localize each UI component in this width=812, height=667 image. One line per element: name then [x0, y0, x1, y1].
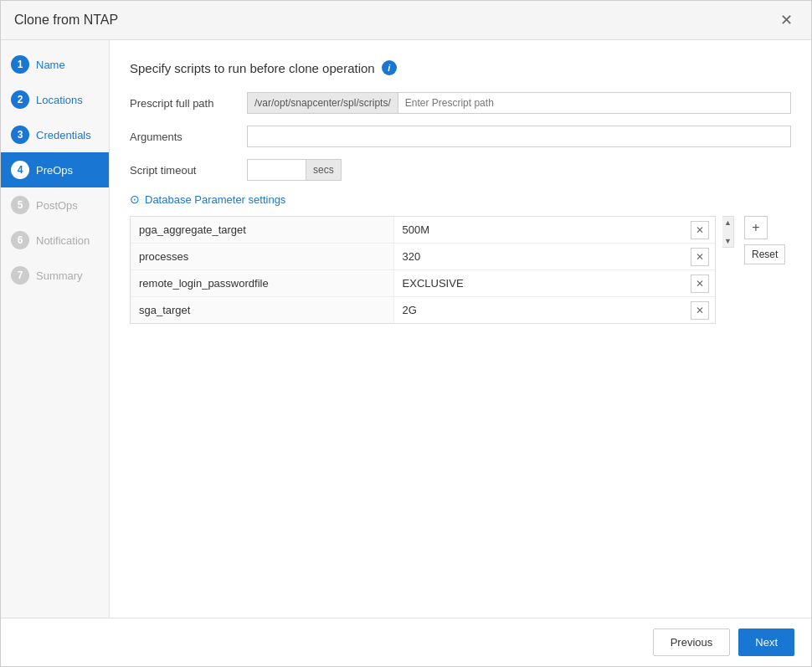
db-params-toggle[interactable]: ⊙ Database Parameter settings — [130, 192, 791, 206]
params-table: pga_aggregate_target 500M ✕ processes 32… — [131, 217, 715, 323]
next-button[interactable]: Next — [738, 629, 794, 656]
timeout-input[interactable]: 60 — [247, 159, 306, 181]
sidebar-label-name: Name — [36, 59, 65, 71]
delete-param-button[interactable]: ✕ — [691, 274, 709, 293]
toggle-chevron-icon: ⊙ — [130, 192, 140, 206]
dialog-footer: Previous Next — [1, 618, 811, 666]
param-key: remote_login_passwordfile — [131, 270, 393, 297]
sidebar-item-postops: 5 PostOps — [1, 187, 109, 223]
timeout-input-group: 60 secs — [247, 159, 342, 181]
step-badge-4: 4 — [11, 161, 29, 179]
param-value: 500M — [393, 217, 685, 244]
add-param-button[interactable]: + — [744, 216, 768, 239]
sidebar-item-notification: 6 Notification — [1, 223, 109, 258]
section-title-row: Specify scripts to run before clone oper… — [130, 60, 791, 75]
dialog-title: Clone from NTAP — [14, 13, 118, 28]
param-key: processes — [131, 244, 393, 270]
param-delete-cell: ✕ — [685, 270, 715, 297]
param-key: sga_target — [131, 297, 393, 324]
prescript-input[interactable] — [398, 92, 791, 114]
prescript-prefix: /var/opt/snapcenter/spl/scripts/ — [247, 92, 398, 114]
param-delete-cell: ✕ — [685, 244, 715, 270]
sidebar-item-summary: 7 Summary — [1, 258, 109, 293]
param-delete-cell: ✕ — [685, 297, 715, 324]
params-table-container: pga_aggregate_target 500M ✕ processes 32… — [130, 216, 791, 324]
prescript-input-group: /var/opt/snapcenter/spl/scripts/ — [247, 92, 791, 114]
arguments-row: Arguments — [130, 126, 791, 147]
table-row: processes 320 ✕ — [131, 244, 715, 270]
scrollbar: ▲ ▼ — [722, 216, 734, 248]
timeout-label: Script timeout — [130, 164, 247, 177]
param-value: EXCLUSIVE — [393, 270, 685, 297]
db-params-label: Database Parameter settings — [145, 193, 285, 206]
scroll-up-arrow[interactable]: ▲ — [722, 217, 734, 228]
side-buttons: + Reset — [744, 216, 785, 264]
sidebar-label-locations: Locations — [36, 94, 83, 106]
step-badge-3: 3 — [11, 126, 29, 144]
clone-dialog: Clone from NTAP ✕ 1 Name 2 Locations 3 C… — [0, 0, 812, 667]
sidebar-label-postops: PostOps — [36, 199, 78, 212]
step-badge-2: 2 — [11, 90, 29, 109]
timeout-unit: secs — [306, 159, 342, 181]
step-badge-7: 7 — [11, 266, 29, 285]
sidebar-item-credentials[interactable]: 3 Credentials — [1, 117, 109, 152]
sidebar-label-credentials: Credentials — [36, 129, 91, 141]
scroll-down-arrow[interactable]: ▼ — [722, 235, 734, 247]
table-row: remote_login_passwordfile EXCLUSIVE ✕ — [131, 270, 715, 297]
delete-param-button[interactable]: ✕ — [691, 221, 709, 239]
timeout-row: Script timeout 60 secs — [130, 159, 791, 181]
param-key: pga_aggregate_target — [131, 217, 393, 244]
sidebar-item-preops[interactable]: 4 PreOps — [1, 152, 109, 187]
sidebar-item-locations[interactable]: 2 Locations — [1, 82, 109, 117]
dialog-body: 1 Name 2 Locations 3 Credentials 4 PreOp… — [1, 40, 811, 618]
param-value: 320 — [393, 244, 685, 270]
step-badge-5: 5 — [11, 196, 29, 214]
param-delete-cell: ✕ — [685, 217, 715, 244]
step-badge-6: 6 — [11, 231, 29, 249]
info-icon[interactable]: i — [382, 60, 397, 75]
dialog-header: Clone from NTAP ✕ — [1, 1, 811, 40]
arguments-label: Arguments — [130, 131, 247, 143]
params-table-wrapper: pga_aggregate_target 500M ✕ processes 32… — [130, 216, 716, 324]
previous-button[interactable]: Previous — [653, 629, 731, 656]
prescript-row: Prescript full path /var/opt/snapcenter/… — [130, 92, 791, 114]
delete-param-button[interactable]: ✕ — [691, 301, 709, 320]
main-content: Specify scripts to run before clone oper… — [110, 40, 811, 618]
sidebar-label-summary: Summary — [36, 269, 83, 282]
table-row: pga_aggregate_target 500M ✕ — [131, 217, 715, 244]
reset-params-button[interactable]: Reset — [744, 244, 785, 264]
sidebar: 1 Name 2 Locations 3 Credentials 4 PreOp… — [1, 40, 110, 618]
sidebar-item-name[interactable]: 1 Name — [1, 47, 109, 82]
step-badge-1: 1 — [11, 55, 29, 74]
arguments-input[interactable] — [247, 126, 791, 147]
section-title-text: Specify scripts to run before clone oper… — [130, 61, 375, 75]
delete-param-button[interactable]: ✕ — [691, 248, 709, 266]
prescript-label: Prescript full path — [130, 97, 247, 110]
sidebar-label-notification: Notification — [36, 234, 90, 247]
close-button[interactable]: ✕ — [775, 11, 798, 29]
table-row: sga_target 2G ✕ — [131, 297, 715, 324]
sidebar-label-preops: PreOps — [36, 164, 73, 177]
param-value: 2G — [393, 297, 685, 324]
